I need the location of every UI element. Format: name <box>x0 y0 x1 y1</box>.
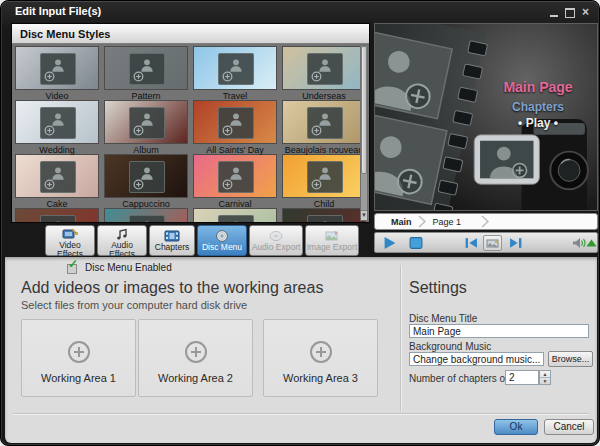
menu-preview[interactable]: Main Page Chapters • Play • <box>374 23 598 211</box>
play-icon[interactable] <box>382 236 398 250</box>
menu-style-item[interactable] <box>103 208 189 222</box>
window-title: Edit Input File(s) <box>15 5 101 17</box>
chapters-icon <box>164 230 180 242</box>
speaker-icon[interactable] <box>572 236 586 250</box>
menu-style-item[interactable]: Child <box>281 154 367 209</box>
audio-effects-button[interactable]: Audio Effects <box>97 225 147 256</box>
chapters-count-input[interactable]: 2 <box>505 370 539 385</box>
menu-style-item[interactable]: Album <box>103 100 189 155</box>
footer-divider <box>13 413 589 414</box>
video-effects-icon <box>62 228 78 240</box>
placeholder-frame <box>218 107 254 139</box>
preview-chapters-link[interactable]: Chapters <box>483 100 593 114</box>
disc-menu-title-label: Disc Menu Title <box>409 313 477 324</box>
add-icon <box>133 71 144 82</box>
tab-page-1[interactable]: Page 1 <box>427 217 468 227</box>
menu-style-label: Carnival <box>192 199 278 209</box>
working-area-2[interactable]: Working Area 2 <box>138 319 253 397</box>
spinner-buttons: ▲ ▼ <box>539 370 551 385</box>
tab-main[interactable]: Main <box>385 217 418 227</box>
checkbox-checked-icon[interactable]: ✓ <box>65 261 79 273</box>
chevron-right-icon <box>481 215 490 228</box>
disc-menu-styles-panel: Disc Menu Styles ChildCarnivalCappuccino… <box>11 23 370 223</box>
image-export-button[interactable]: Image Export <box>305 225 359 256</box>
section-heading: Add videos or images to the working area… <box>21 279 323 297</box>
placeholder-frame <box>307 215 343 222</box>
camcorder-art <box>474 119 588 210</box>
menu-style-item[interactable]: Travel <box>192 46 278 101</box>
add-circle-icon <box>309 340 333 364</box>
placeholder-frame <box>129 215 165 222</box>
close-icon[interactable]: × <box>582 7 589 18</box>
scroll-down-icon[interactable]: ▼ <box>361 210 367 220</box>
placeholder-frame <box>307 53 343 85</box>
titlebar[interactable]: Edit Input File(s) × <box>1 1 599 23</box>
placeholder-frame <box>307 161 343 193</box>
menu-style-item[interactable]: Wedding <box>14 100 100 155</box>
spinner-up-icon[interactable]: ▲ <box>540 371 550 378</box>
disc-menu-button[interactable]: Disc Menu <box>197 225 247 256</box>
menu-style-label: Wedding <box>14 145 100 155</box>
placeholder-frame <box>40 107 76 139</box>
menu-style-item[interactable]: Carnival <box>192 154 278 209</box>
add-circle-icon <box>67 340 91 364</box>
placeholder-frame <box>218 53 254 85</box>
working-area-label: Working Area 1 <box>22 372 135 384</box>
disc-menu-label: Disc Menu <box>202 242 242 252</box>
disc-menu-icon <box>214 230 230 242</box>
menu-style-item[interactable] <box>14 208 100 222</box>
browse-button[interactable]: Browse... <box>548 351 593 367</box>
menu-style-item[interactable]: All Saints' Day <box>192 100 278 155</box>
stop-icon[interactable] <box>408 236 424 250</box>
scrollbar-thumb[interactable] <box>361 46 367 174</box>
minimize-icon[interactable] <box>550 15 558 17</box>
screenshot-root: Edit Input File(s) × Disc Menu Styles Ch… <box>0 0 600 446</box>
menu-style-item[interactable]: Beaujolais nouveau <box>281 100 367 155</box>
spinner-down-icon[interactable]: ▼ <box>540 378 550 384</box>
menu-style-item[interactable]: Cappuccino <box>103 154 189 209</box>
volume-popup-icon[interactable] <box>586 236 597 250</box>
settings-panel: Settings Disc Menu Title Background Musi… <box>409 257 593 417</box>
preview-title: Main Page <box>483 79 593 95</box>
working-area-1[interactable]: Working Area 1 <box>21 319 136 397</box>
menu-style-item[interactable]: Video <box>14 46 100 101</box>
bottom-panel: ✓ Disc Menu Enabled Add videos or images… <box>5 257 597 443</box>
maximize-icon[interactable] <box>565 8 575 18</box>
menu-styles-grid[interactable]: ChildCarnivalCappuccinoCakeBeaujolais no… <box>12 44 369 222</box>
edit-input-files-window: Edit Input File(s) × Disc Menu Styles Ch… <box>0 0 600 446</box>
menu-style-item[interactable] <box>192 208 278 222</box>
page-tabstrip: Main Page 1 <box>374 213 598 230</box>
audio-export-button[interactable]: Audio Export <box>249 225 303 256</box>
working-area-3[interactable]: Working Area 3 <box>263 319 378 397</box>
menu-style-item[interactable] <box>281 208 367 222</box>
video-effects-button[interactable]: Video Effects <box>45 225 95 256</box>
ok-button[interactable]: Ok <box>494 419 538 435</box>
snapshot-button[interactable] <box>483 235 502 251</box>
menu-style-label: Cappuccino <box>103 199 189 209</box>
add-icon <box>133 125 144 136</box>
menu-style-item[interactable]: Cake <box>14 154 100 209</box>
person-icon <box>50 219 66 222</box>
placeholder-frame <box>40 53 76 85</box>
placeholder-frame <box>40 161 76 193</box>
menu-style-label: Cake <box>14 199 100 209</box>
disc-menu-enabled-label: Disc Menu Enabled <box>85 262 172 273</box>
chapters-button[interactable]: Chapters <box>149 225 195 256</box>
next-icon[interactable] <box>508 236 524 250</box>
menu-style-item[interactable]: Underseas <box>281 46 367 101</box>
add-icon <box>44 125 55 136</box>
disc-menu-title-input[interactable] <box>409 324 589 338</box>
menu-style-item[interactable]: Pattern <box>103 46 189 101</box>
previous-icon[interactable] <box>463 236 479 250</box>
placeholder-frame <box>218 215 254 222</box>
preview-play-link[interactable]: • Play • <box>483 116 593 130</box>
cancel-button[interactable]: Cancel <box>544 419 594 435</box>
placeholder-frame <box>218 161 254 193</box>
chevron-right-icon <box>418 215 427 228</box>
chapters-label: Chapters <box>155 242 190 252</box>
working-area-label: Working Area 3 <box>264 372 377 384</box>
grid-scrollbar[interactable]: ▼ <box>360 45 368 221</box>
working-area-label: Working Area 2 <box>139 372 252 384</box>
person-icon <box>228 219 244 222</box>
background-music-input[interactable] <box>409 352 544 366</box>
